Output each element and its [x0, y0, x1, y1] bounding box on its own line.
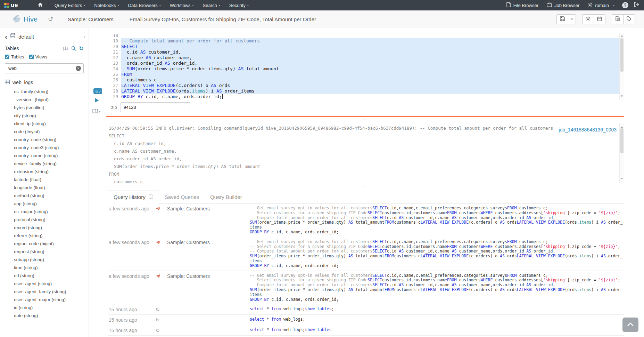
menu-notebooks[interactable]: Notebooks▾ [90, 0, 123, 10]
resize-grip[interactable]: ··· [108, 184, 624, 188]
column-item-city[interactable]: city (string) [14, 112, 89, 120]
filter-views[interactable]: Views [29, 54, 47, 59]
code-line[interactable]: 22 c.name AS customer_name, [108, 55, 619, 61]
column-item-user_agent_family[interactable]: user_agent_family (string) [14, 288, 89, 296]
tab-query-builder[interactable]: Query Builder [205, 191, 248, 203]
hive-app-brand[interactable]: Hive [12, 14, 38, 24]
log-scrollbar[interactable]: ▲ ▼ [619, 123, 624, 183]
column-item-os_family[interactable]: os_family (string) [14, 88, 89, 96]
query-history-icon[interactable]: ↺ [48, 15, 53, 23]
code-line[interactable]: 26 customers c [108, 77, 619, 83]
column-item-client_ip[interactable]: client_ip (string) [14, 120, 89, 128]
resize-grip[interactable]: ··· [108, 118, 624, 122]
tables-checkbox[interactable] [5, 55, 9, 59]
history-row[interactable]: 15 hours ago↻select * from web_logs;show… [108, 325, 624, 336]
column-item-request[interactable]: request (string) [14, 248, 89, 256]
clear-search-icon[interactable]: × [76, 66, 81, 71]
settings-button[interactable] [582, 14, 594, 24]
column-item-record[interactable]: record (string) [14, 224, 89, 232]
refresh-icon[interactable]: ↻ [79, 46, 84, 51]
filter-tables[interactable]: Tables [5, 54, 24, 59]
column-item-id[interactable]: id (string) [14, 304, 89, 312]
job-link[interactable]: job_1461888648136_0003 [559, 126, 617, 134]
history-row[interactable]: 15 hours ago↻select * from web_logs;show… [108, 304, 624, 315]
tab-query-history[interactable]: Query History [108, 191, 159, 203]
save-dropdown-button[interactable]: ▾ [568, 14, 576, 24]
views-checkbox[interactable] [29, 55, 34, 59]
code-line[interactable]: 20SELECT [108, 44, 619, 49]
tables-checkbox-label: Tables [11, 54, 24, 59]
search-icon[interactable] [71, 46, 76, 51]
scroll-up-icon[interactable]: ▲ [620, 33, 624, 39]
column-item-latitude[interactable]: latitude (float) [14, 176, 89, 184]
column-item-extension[interactable]: extension (string) [14, 168, 89, 176]
back-button[interactable]: ‹ [5, 34, 7, 39]
execute-button[interactable] [95, 98, 99, 103]
save-button[interactable] [556, 14, 568, 24]
code-line[interactable]: 27LATERAL VIEW EXPLODE(c.orders) o AS or… [108, 83, 619, 88]
code-line[interactable]: 25FROM [108, 72, 619, 77]
column-item-app[interactable]: app (string) [14, 200, 89, 208]
column-item-country_code[interactable]: country_code (string) [14, 136, 89, 144]
new-document-button[interactable] [612, 14, 624, 24]
column-item-referer[interactable]: referer (string) [14, 232, 89, 240]
code-line[interactable]: 23 ords.order_id AS order_id, [108, 61, 619, 66]
history-row[interactable]: 15 hours ago↻select * from web_logs; [108, 315, 624, 325]
code-line[interactable]: 24 SUM(order_items.price * order_items.q… [108, 66, 619, 72]
home-button[interactable] [33, 0, 48, 10]
sql-code-editor[interactable]: 1819-- Compute total amount per order fo… [108, 33, 624, 99]
column-item-subapp[interactable]: subapp (string) [14, 256, 89, 264]
help-button[interactable]: ? [622, 2, 628, 8]
column-item-country_code3[interactable]: country_code3 (string) [14, 144, 89, 152]
logout-button[interactable] [632, 2, 644, 8]
column-item-longitude[interactable]: longitude (float) [14, 184, 89, 192]
hue-logo[interactable]: ue [0, 2, 23, 9]
job-browser-link[interactable]: Job Browser [543, 2, 584, 8]
column-item-region_code[interactable]: region_code (bigint) [14, 240, 89, 248]
code-line[interactable]: 21 c.id AS customer_id, [108, 49, 619, 55]
table-item-web-logs[interactable]: web_logs [0, 75, 89, 87]
column-item-device_family[interactable]: device_family (string) [14, 160, 89, 168]
database-name[interactable]: default [18, 34, 34, 40]
collapse-sidebar-button[interactable]: ‹ [84, 33, 86, 40]
column-item-method[interactable]: method (string) [14, 192, 89, 200]
file-browser-link[interactable]: File Browser [502, 2, 543, 8]
schedule-button[interactable] [594, 14, 605, 24]
scroll-down-icon[interactable]: ▼ [620, 175, 624, 183]
tags-button[interactable] [623, 14, 635, 24]
column-item-_version_[interactable]: _version_ (bigint) [14, 96, 89, 104]
column-item-time[interactable]: time (string) [14, 264, 89, 272]
editor-scrollbar[interactable]: ▲ ▼ [619, 33, 624, 99]
code-line[interactable]: 29GROUP BY c.id, c.name, ords.order_id; [108, 94, 619, 99]
tab-saved-queries[interactable]: Saved Queries [159, 191, 205, 203]
column-item-bytes[interactable]: bytes (smallint) [14, 104, 89, 112]
editor-scroll-thumb[interactable] [620, 38, 624, 72]
menu-query-editors[interactable]: Query Editors▾ [50, 0, 90, 10]
history-row[interactable]: a few seconds agoSample: Customers-- Get… [108, 203, 624, 237]
log-scroll-thumb[interactable] [620, 128, 624, 153]
menu-security[interactable]: Security▾ [225, 0, 253, 10]
code-line[interactable]: 18 [108, 33, 619, 38]
column-item-url[interactable]: url (string) [14, 272, 89, 280]
variable-input[interactable] [121, 102, 190, 112]
code-line[interactable]: 28LATERAL VIEW EXPLODE(ords.items) i AS … [108, 88, 619, 94]
scroll-to-top-button[interactable] [622, 318, 638, 332]
code-line[interactable]: 19-- Compute total amount per order for … [108, 38, 619, 44]
column-item-os_major[interactable]: os_major (string) [14, 208, 89, 216]
column-item-code[interactable]: code (tinyint) [14, 128, 89, 136]
menu-search[interactable]: Search▾ [198, 0, 225, 10]
menu-data-browsers[interactable]: Data Browsers▾ [124, 0, 165, 10]
docs-dropdown-button[interactable]: ▾ [92, 109, 100, 115]
column-item-user_agent_major[interactable]: user_agent_major (string) [14, 296, 89, 304]
column-item-protocol[interactable]: protocol (string) [14, 216, 89, 224]
history-row[interactable]: 15 hours ago↻select * from web_logs;show… [108, 336, 624, 337]
scroll-down-icon[interactable]: ▼ [620, 94, 624, 99]
history-row[interactable]: a few seconds agoSample: Customers-- Get… [108, 237, 624, 271]
column-item-country_name[interactable]: country_name (string) [14, 152, 89, 160]
history-row[interactable]: a few seconds agoSample: Customers-- Get… [108, 271, 624, 305]
menu-workflows[interactable]: Workflows▾ [165, 0, 198, 10]
column-item-user_agent[interactable]: user_agent (string) [14, 280, 89, 288]
user-menu[interactable]: romain ▾ [584, 2, 619, 8]
column-item-date[interactable]: date (string) [14, 312, 89, 320]
table-search-input[interactable] [5, 63, 84, 73]
